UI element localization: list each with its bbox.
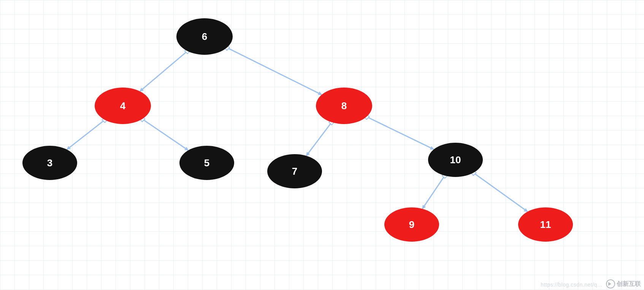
tree-edge: [306, 122, 332, 156]
tree-node-10[interactable]: 10: [428, 143, 483, 177]
tree-edge: [140, 51, 187, 91]
edges-layer: [0, 0, 644, 290]
tree-edge: [366, 117, 434, 150]
tree-node-label: 8: [341, 100, 347, 112]
tree-node-label: 9: [409, 219, 414, 231]
brand-icon: [606, 279, 615, 288]
tree-node-8[interactable]: 8: [316, 88, 372, 124]
tree-node-7[interactable]: 7: [267, 154, 322, 188]
tree-node-label: 11: [540, 219, 551, 231]
tree-edge: [227, 48, 322, 95]
tree-node-9[interactable]: 9: [384, 207, 439, 242]
tree-node-label: 7: [292, 166, 297, 177]
brand-text: 创新互联: [617, 280, 641, 288]
tree-node-label: 5: [204, 157, 209, 169]
watermark-text: https://blog.csdn.net/q...: [541, 282, 602, 288]
tree-node-3[interactable]: 3: [22, 146, 77, 180]
tree-edge: [142, 119, 188, 150]
tree-edge: [473, 173, 527, 212]
tree-node-label: 10: [450, 154, 461, 166]
tree-node-4[interactable]: 4: [95, 88, 151, 124]
diagram-canvas: 64835710911 https://blog.csdn.net/q... 创…: [0, 0, 644, 290]
tree-node-11[interactable]: 11: [518, 207, 573, 242]
tree-node-label: 6: [202, 31, 207, 43]
tree-node-6[interactable]: 6: [176, 18, 233, 55]
tree-edge: [67, 120, 105, 150]
tree-node-label: 4: [120, 100, 125, 112]
tree-node-5[interactable]: 5: [179, 146, 234, 180]
tree-edge: [422, 175, 445, 209]
tree-node-label: 3: [47, 157, 52, 169]
brand-logo: 创新互联: [606, 279, 641, 288]
